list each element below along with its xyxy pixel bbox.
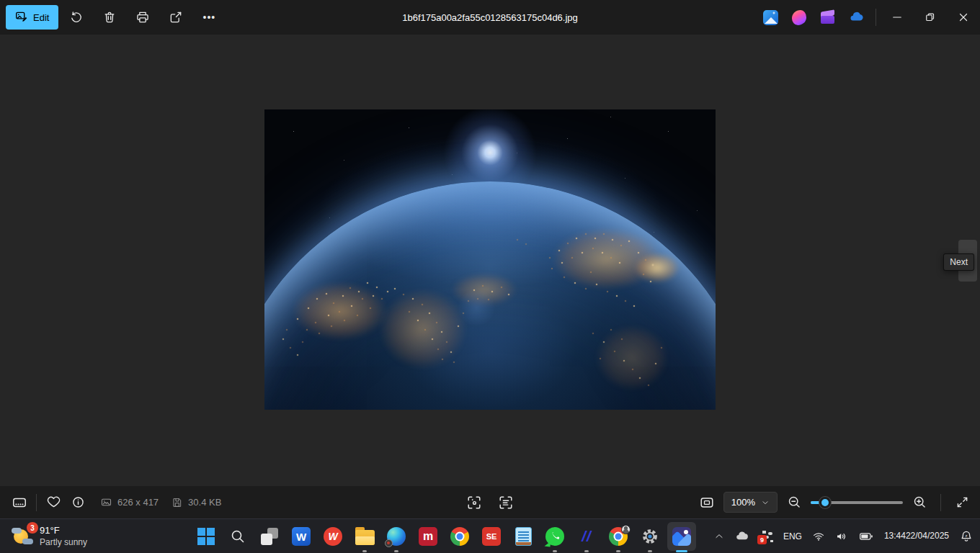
se-app-icon: SE — [482, 527, 501, 546]
taskbar-item-word[interactable]: W — [285, 519, 317, 553]
close-button[interactable] — [947, 0, 980, 35]
tray-chevron-up[interactable] — [709, 522, 729, 551]
clipchamp-icon[interactable] — [814, 3, 842, 32]
print-button[interactable] — [128, 5, 158, 30]
taskbar-item-wps-office[interactable]: W — [317, 519, 349, 553]
volume-icon — [835, 530, 848, 543]
search-icon — [229, 528, 246, 545]
running-indicator — [553, 550, 557, 552]
titlebar: 1b6f175a00a2fa55c0128563175c04d6.jpg Edi… — [0, 0, 980, 35]
more-options-button[interactable]: ••• — [194, 5, 224, 30]
designer-icon[interactable] — [785, 3, 814, 32]
taskbar-item-file-explorer[interactable] — [349, 519, 380, 553]
onedrive-cloud-icon — [734, 529, 750, 544]
taskbar-item-chrome[interactable] — [444, 519, 476, 553]
slashes-app-icon: // — [582, 528, 592, 545]
tray-badge: 9 — [757, 535, 767, 544]
delete-button[interactable] — [94, 5, 125, 30]
visual-search-button[interactable] — [462, 490, 486, 515]
chevron-up-icon — [714, 531, 724, 541]
tray-volume[interactable] — [830, 522, 853, 551]
toolbar: Edit ••• — [0, 5, 224, 30]
text-actions-button[interactable] — [494, 490, 518, 515]
windows-logo-icon — [197, 528, 215, 545]
taskbar-item-notepad[interactable] — [507, 519, 539, 553]
system-tray: 9 ENG 13:44 22/04/2025 z — [709, 519, 979, 553]
wps-office-icon: W — [324, 527, 342, 546]
photo-earth-night[interactable] — [264, 109, 716, 410]
wifi-icon — [812, 530, 825, 543]
mendeley-icon: m — [419, 527, 437, 546]
taskbar-item-whatsapp[interactable] — [539, 519, 571, 553]
edge-icon — [387, 527, 406, 546]
weather-badge: 3 — [27, 522, 38, 534]
zoom-slider[interactable] — [811, 490, 903, 515]
taskbar-item-photos-active[interactable] — [666, 519, 698, 553]
chrome-icon — [450, 527, 469, 546]
share-button[interactable] — [161, 5, 191, 30]
zoom-out-button[interactable] — [782, 490, 806, 515]
edit-button[interactable]: Edit — [6, 5, 58, 30]
taskbar-item-settings[interactable] — [634, 519, 666, 553]
tray-app-icon: 9 — [760, 530, 773, 543]
tray-clock[interactable]: 13:44 22/04/2025 — [879, 522, 954, 551]
next-tooltip: Next — [943, 253, 974, 271]
running-indicator — [648, 550, 652, 552]
running-indicator — [362, 550, 367, 552]
edit-button-label: Edit — [33, 12, 49, 23]
maximize-restore-button[interactable] — [914, 0, 947, 35]
commandbar: 626 x 417 30.4 KB 100% — [0, 486, 980, 518]
running-indicator — [394, 550, 398, 552]
viewer-canvas: ❯ Next — [0, 35, 980, 486]
bell-dnd-icon: z — [959, 529, 974, 544]
tray-time: 13:44 — [884, 531, 906, 542]
taskbar: 3 91°F Partly sunny W W m SE — [0, 518, 980, 553]
taskbar-item-chrome-profile[interactable] — [602, 519, 634, 553]
taskbar-item-edge[interactable] — [380, 519, 412, 553]
taskbar-apps: W W m SE // — [190, 519, 698, 553]
zoom-level-value: 100% — [731, 497, 755, 508]
running-indicator — [584, 550, 589, 552]
tray-wifi[interactable] — [807, 522, 830, 551]
start-button[interactable] — [190, 519, 222, 553]
more-icon: ••• — [203, 12, 216, 23]
file-explorer-icon — [355, 530, 375, 545]
tray-app-with-badge[interactable]: 9 — [755, 522, 778, 551]
task-view-icon — [261, 528, 278, 545]
zoom-slider-handle[interactable] — [819, 497, 831, 508]
task-view-button[interactable] — [254, 519, 285, 553]
rotate-button[interactable] — [61, 5, 92, 30]
tray-battery[interactable] — [853, 522, 879, 551]
active-indicator — [676, 550, 687, 552]
whatsapp-icon — [545, 527, 564, 546]
photos-app-window: 1b6f175a00a2fa55c0128563175c04d6.jpg Edi… — [0, 0, 980, 553]
profile-avatar-badge — [621, 525, 631, 534]
taskbar-item-mendeley[interactable]: m — [412, 519, 444, 553]
titlebar-right — [756, 0, 980, 35]
taskbar-search-button[interactable] — [222, 519, 254, 553]
taskbar-item-se-app[interactable]: SE — [476, 519, 507, 553]
onedrive-icon[interactable] — [842, 3, 871, 32]
settings-gear-icon — [641, 527, 659, 546]
minimize-button[interactable] — [881, 0, 914, 35]
auto-enhance-icon[interactable] — [756, 3, 785, 32]
photo-lens-flare — [264, 109, 716, 410]
titlebar-separator — [876, 9, 876, 26]
tray-date: 22/04/2025 — [906, 531, 949, 542]
fullscreen-button[interactable] — [950, 490, 974, 515]
tray-notifications[interactable]: z — [954, 522, 979, 551]
tray-onedrive[interactable] — [729, 522, 755, 551]
chevron-down-icon — [761, 498, 770, 507]
weather-widget[interactable]: 3 91°F Partly sunny — [4, 519, 94, 553]
notepad-icon — [515, 527, 532, 546]
zoom-in-button[interactable] — [907, 490, 932, 515]
zoom-level-dropdown[interactable]: 100% — [723, 492, 778, 513]
svg-text:z: z — [966, 534, 968, 538]
tray-language[interactable]: ENG — [778, 522, 807, 551]
fit-to-window-button[interactable] — [695, 490, 719, 515]
taskbar-item-slashes-app[interactable]: // — [571, 519, 602, 553]
weather-condition: Partly sunny — [40, 537, 87, 548]
commandbar-separator — [940, 494, 941, 511]
photos-icon — [672, 527, 691, 546]
edit-image-icon — [15, 10, 27, 24]
